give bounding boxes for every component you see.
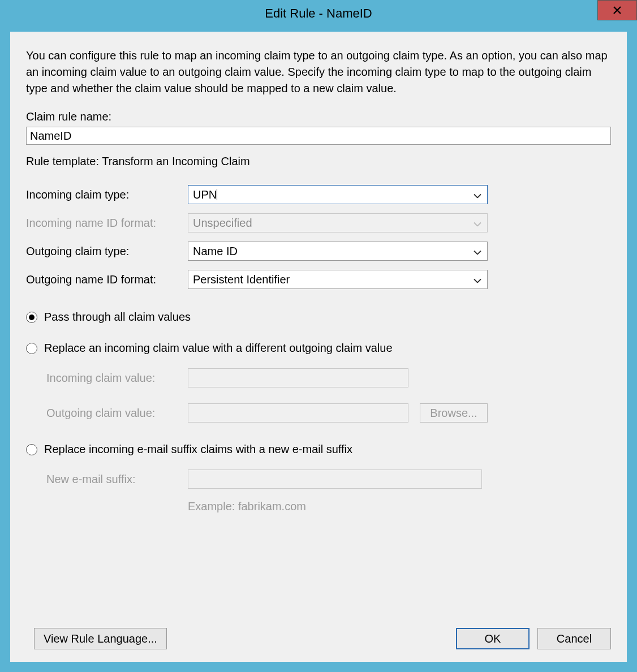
new-suffix-input: [188, 469, 482, 489]
outgoing-type-label: Outgoing claim type:: [26, 245, 188, 258]
ok-button[interactable]: OK: [456, 628, 530, 649]
outgoing-nameid-combo[interactable]: Persistent Identifier: [188, 270, 488, 289]
claim-rule-name-input[interactable]: [26, 127, 611, 145]
incoming-value-label: Incoming claim value:: [46, 372, 188, 385]
chevron-down-icon: [474, 188, 481, 201]
dialog-content: You can configure this rule to map an in…: [10, 32, 627, 662]
close-icon: [613, 6, 621, 14]
window-title: Edit Rule - NameID: [265, 6, 372, 21]
rule-template-line: Rule template: Transform an Incoming Cla…: [26, 155, 611, 168]
cancel-button[interactable]: Cancel: [537, 628, 611, 649]
chevron-down-icon: [474, 217, 481, 230]
new-suffix-label: New e-mail suffix:: [46, 473, 188, 486]
radio-passthrough[interactable]: [26, 312, 37, 323]
close-button[interactable]: [597, 0, 637, 20]
new-suffix-row: New e-mail suffix:: [46, 469, 611, 489]
radio-replace-value[interactable]: [26, 343, 37, 354]
text-cursor: [217, 189, 217, 200]
outgoing-type-combo[interactable]: Name ID: [188, 242, 488, 261]
outgoing-type-row: Outgoing claim type: Name ID: [26, 242, 611, 261]
incoming-nameid-value: Unspecified: [193, 217, 252, 230]
incoming-value-row: Incoming claim value:: [46, 368, 611, 387]
description-text: You can configure this rule to map an in…: [26, 48, 611, 97]
incoming-nameid-label: Incoming name ID format:: [26, 217, 188, 230]
radio-replace-value-row[interactable]: Replace an incoming claim value with a d…: [26, 342, 611, 355]
claim-rule-name-label: Claim rule name:: [26, 110, 611, 123]
incoming-type-label: Incoming claim type:: [26, 188, 188, 201]
outgoing-nameid-row: Outgoing name ID format: Persistent Iden…: [26, 270, 611, 289]
radio-replace-suffix-label: Replace incoming e-mail suffix claims wi…: [44, 443, 352, 456]
incoming-nameid-row: Incoming name ID format: Unspecified: [26, 213, 611, 232]
incoming-type-value: UPN: [193, 188, 217, 201]
dialog-footer: View Rule Language... OK Cancel: [26, 622, 611, 649]
outgoing-type-value: Name ID: [193, 245, 238, 258]
titlebar: Edit Rule - NameID: [0, 0, 637, 27]
outgoing-nameid-label: Outgoing name ID format:: [26, 273, 188, 286]
radio-replace-value-label: Replace an incoming claim value with a d…: [44, 342, 393, 355]
outgoing-value-label: Outgoing claim value:: [46, 407, 188, 420]
chevron-down-icon: [474, 245, 481, 258]
radio-replace-suffix[interactable]: [26, 444, 37, 455]
dialog-window: Edit Rule - NameID You can configure thi…: [0, 0, 637, 672]
incoming-type-combo[interactable]: UPN: [188, 185, 488, 204]
example-text: Example: fabrikam.com: [188, 500, 611, 513]
outgoing-value-row: Outgoing claim value: Browse...: [46, 403, 611, 423]
radio-passthrough-row[interactable]: Pass through all claim values: [26, 311, 611, 324]
browse-button: Browse...: [420, 403, 488, 423]
outgoing-nameid-value: Persistent Identifier: [193, 273, 290, 286]
outgoing-value-input: [188, 403, 408, 423]
incoming-nameid-combo: Unspecified: [188, 213, 488, 232]
radio-passthrough-label: Pass through all claim values: [44, 311, 191, 324]
incoming-value-input: [188, 368, 408, 387]
rule-template-prefix: Rule template:: [26, 155, 102, 167]
radio-replace-suffix-row[interactable]: Replace incoming e-mail suffix claims wi…: [26, 443, 611, 456]
incoming-type-row: Incoming claim type: UPN: [26, 185, 611, 204]
view-rule-language-button[interactable]: View Rule Language...: [34, 628, 167, 649]
rule-template-name: Transform an Incoming Claim: [102, 155, 250, 167]
chevron-down-icon: [474, 273, 481, 286]
